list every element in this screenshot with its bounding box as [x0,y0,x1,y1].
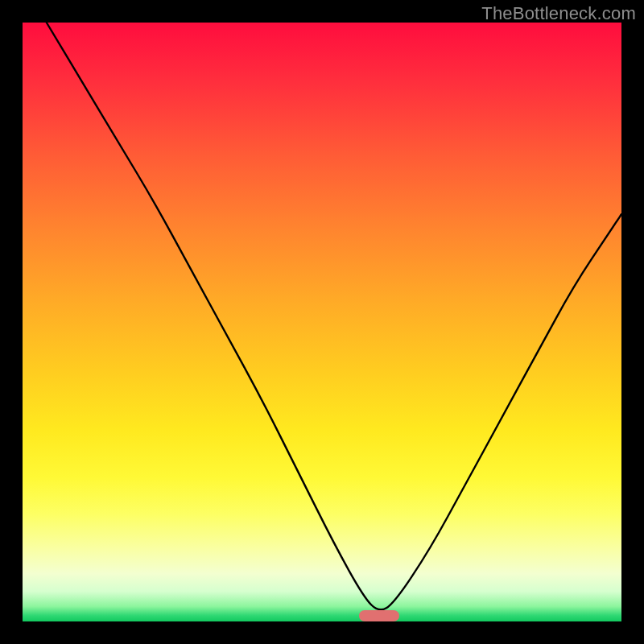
plot-area [23,23,621,621]
watermark-text: TheBottleneck.com [481,3,636,24]
chart-frame: TheBottleneck.com [0,0,644,644]
bottleneck-curve [23,23,621,621]
optimum-marker [359,610,399,621]
